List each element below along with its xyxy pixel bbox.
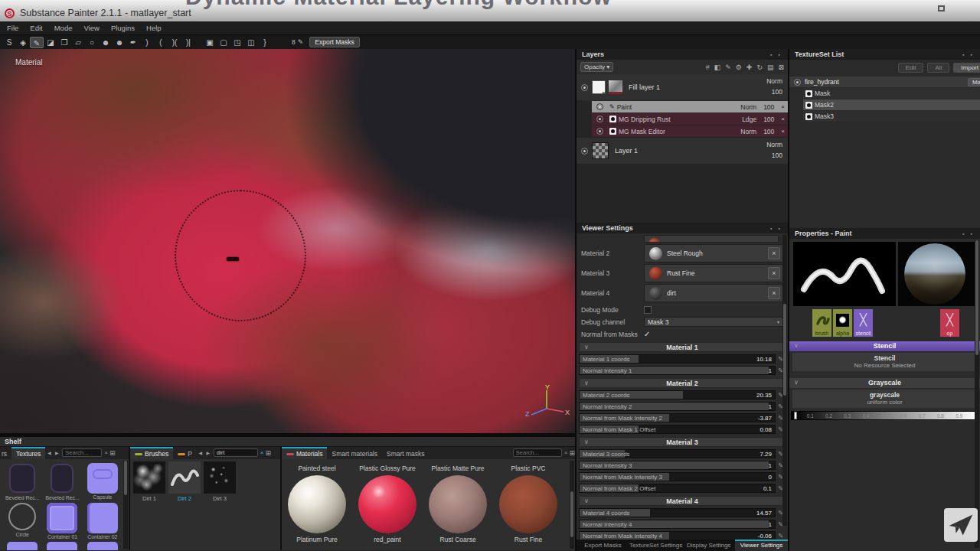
layer-row-mg-dripping-rust[interactable]: MG Dripping Rust Ldge 100 ×	[592, 113, 788, 125]
mask-row[interactable]: Mask3	[803, 111, 980, 122]
op-tile[interactable]: ╳ op	[940, 309, 959, 337]
mask-row[interactable]: Mask	[803, 88, 980, 99]
visibility-icon[interactable]	[596, 128, 603, 135]
grayscale-value-slider[interactable]: 0.1 0.2 0.3 0.4 0.5 0.6 0.7 0.8 0.9	[791, 411, 978, 420]
delete-layer-icon[interactable]: ⊠	[778, 64, 784, 71]
tab-brushes[interactable]: Brushes	[130, 447, 173, 459]
layer1-thumb[interactable]	[592, 142, 609, 159]
brush-tile[interactable]: brush	[812, 309, 831, 337]
material-item[interactable]: Rust Coarse	[423, 475, 493, 543]
texture-item[interactable]: Circle	[2, 501, 42, 540]
texture-item[interactable]: Beveled Rec...	[42, 461, 82, 500]
brushes-search-input[interactable]	[214, 448, 258, 457]
panel-menu-icons[interactable]: ▪ ▪	[962, 52, 975, 57]
remove-effect-icon[interactable]: ×	[781, 128, 785, 135]
visibility-icon[interactable]	[794, 79, 801, 86]
material-label[interactable]: Painted steel	[282, 465, 352, 472]
pencil-icon[interactable]: ✎	[776, 532, 786, 540]
properties-scrollbar[interactable]	[975, 240, 979, 548]
menu-plugins[interactable]: Plugins	[111, 24, 135, 32]
instantiate-icon[interactable]: #	[706, 64, 710, 71]
panel-menu-icons[interactable]: ▪ ▪	[770, 226, 782, 231]
material1-slot-clipped[interactable]	[644, 235, 779, 243]
grayscale-section-header[interactable]: ∨ Grayscale	[789, 378, 980, 388]
pen-tool-icon[interactable]: ✒	[126, 37, 140, 48]
visibility-icon[interactable]	[581, 148, 588, 155]
polygon-fill-tool-icon[interactable]: ▱	[71, 37, 85, 48]
materials-search-input[interactable]	[513, 448, 562, 457]
section-material-1[interactable]: ∨ Material 1	[579, 342, 786, 352]
layer-row-layer-1[interactable]: Layer 1 Norm 100	[577, 138, 788, 164]
viewer-settings-scrollbar[interactable]	[782, 235, 787, 526]
brush-item[interactable]: Dirt 1	[133, 461, 165, 502]
materials-search-clear-icon[interactable]: ×	[563, 447, 570, 459]
eraser-tool-icon[interactable]: ◪	[44, 37, 57, 48]
material-item[interactable]: Rust Fine	[493, 475, 564, 543]
tab-textureset-settings[interactable]: TextureSet Settings	[629, 540, 682, 551]
brush-size-value[interactable]: 8	[292, 38, 296, 46]
clone-source-tool-icon[interactable]: ☻	[113, 37, 126, 48]
brushes-view-grid-icon[interactable]: ⊞	[266, 447, 272, 459]
material-label[interactable]: Plastic Glossy Pure	[352, 465, 423, 472]
mask-row-selected[interactable]: Mask2	[803, 99, 980, 110]
texture-item[interactable]: Capsule	[83, 461, 122, 500]
edit-button[interactable]: Edit	[898, 63, 924, 73]
add-effect-icon[interactable]: ⚙	[736, 64, 742, 71]
section-material-2[interactable]: ∨ Material 2	[579, 378, 786, 388]
visibility-icon[interactable]	[596, 103, 603, 110]
textureset-row-fire-hydrant[interactable]: fire_hydrant Ma	[789, 77, 980, 87]
menu-mode[interactable]: Mode	[54, 24, 73, 32]
section-material-4[interactable]: ∨ Material 4	[579, 496, 786, 506]
layer-row-paint-selected[interactable]: ✎ Paint Norm 100 ×	[592, 101, 788, 112]
tab-smart-materials[interactable]: Smart materials	[327, 447, 382, 459]
stencil-tile[interactable]: ╳ stencil	[854, 309, 873, 337]
normal-from-masks-checkbox[interactable]: ✓	[644, 330, 650, 338]
clear-resource-icon[interactable]: ×	[768, 247, 780, 259]
brush-item-selected[interactable]: Dirt 2	[168, 461, 201, 502]
clipped-badge[interactable]: Ma	[968, 78, 980, 86]
add-folder-icon[interactable]: ▤	[767, 64, 774, 71]
perspective-view-icon[interactable]: ▣	[203, 37, 217, 48]
brush-item[interactable]: Dirt 3	[204, 461, 236, 502]
texture-item[interactable]: Container 01	[42, 501, 82, 540]
grayscale-resource-box[interactable]: grayscale uniform color	[792, 390, 977, 408]
menu-view[interactable]: View	[83, 24, 99, 32]
fill-layer-thumb[interactable]	[592, 80, 606, 94]
material-label[interactable]: Plastic PVC	[493, 465, 564, 472]
texture-item-partial[interactable]	[2, 540, 42, 550]
debug-channel-dropdown[interactable]: Mask 3 ▾	[644, 317, 783, 327]
layer-row-fill-layer-1[interactable]: Fill layer 1 Norm 100	[577, 74, 788, 100]
textures-scrollbar[interactable]	[123, 461, 128, 549]
material-label[interactable]: Plastic Matte Pure	[423, 465, 493, 472]
geometry-mask-icon-1[interactable]: )	[140, 37, 154, 48]
smudge-tool-icon[interactable]: ○	[85, 37, 99, 48]
material-item[interactable]: Platinum Pure	[282, 475, 352, 543]
remove-effect-icon[interactable]: ×	[781, 103, 785, 110]
share-overlay-button[interactable]	[944, 508, 978, 542]
panel-menu-icons[interactable]: ▪ ▪	[962, 231, 975, 236]
layer-row-mg-mask-editor[interactable]: MG Mask Editor Norm 100 ×	[592, 126, 788, 137]
clear-resource-icon[interactable]: ×	[768, 267, 780, 279]
geometry-mask-icon-2[interactable]: (	[154, 37, 168, 48]
export-masks-button[interactable]: Export Masks	[309, 37, 360, 47]
blend-mode-dropdown[interactable]: Opacity ▾	[580, 62, 613, 72]
substance-tool-icon[interactable]: S	[2, 37, 16, 48]
viewport-3d[interactable]: Material Y X Z	[0, 49, 575, 433]
paint-brush-tool-icon[interactable]: ✎	[30, 37, 44, 48]
tab-scroll-right-icon[interactable]: ▶	[53, 447, 60, 459]
geometry-mask-icon-4[interactable]: )|	[181, 37, 195, 48]
clone-tool-icon[interactable]: ☻	[99, 37, 113, 48]
add-paint-icon[interactable]: ✎	[725, 64, 731, 71]
section-material-3[interactable]: ∨ Material 3	[579, 437, 786, 447]
texture-item[interactable]: Container 02	[83, 501, 122, 540]
material4-resource[interactable]: dirt ×	[644, 284, 783, 302]
debug-mode-checkbox[interactable]	[644, 306, 652, 314]
camera-view-icon[interactable]: ▢	[217, 37, 230, 48]
texture-item-partial[interactable]	[42, 540, 82, 550]
brushes-search-clear-icon[interactable]: ×	[259, 447, 266, 459]
tab-scroll-right-icon[interactable]: ▶	[204, 447, 212, 459]
import-button[interactable]: Import	[953, 63, 980, 73]
tab-viewer-settings[interactable]: Viewer Settings	[735, 540, 788, 551]
add-fill-icon[interactable]: ↻	[756, 64, 763, 71]
materials-scrollbar[interactable]	[570, 461, 574, 549]
